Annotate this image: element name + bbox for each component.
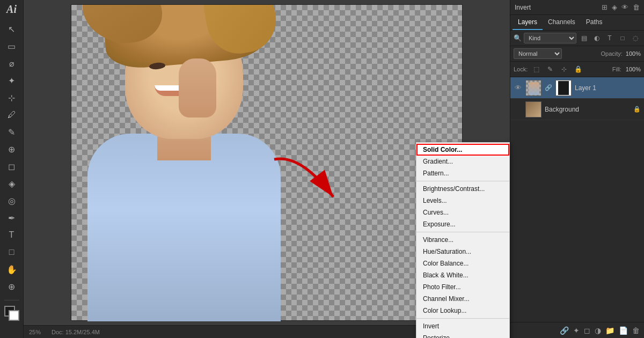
layer1-name[interactable]: Layer 1 [575, 84, 641, 92]
zoom-tool[interactable]: ⊕ [4, 278, 20, 295]
menu-item-black-white[interactable]: Black & White... [416, 269, 509, 281]
panel-magic-icon[interactable]: ◈ [612, 3, 617, 11]
panel-title: Invert [515, 4, 531, 11]
tab-paths[interactable]: Paths [581, 15, 608, 30]
zoom-level: 25% [29, 329, 41, 335]
clone-tool[interactable]: ⊕ [4, 141, 20, 157]
delete-layer-icon[interactable]: 🗑 [632, 326, 640, 335]
lock-artboard-icon[interactable]: ⊹ [559, 64, 569, 75]
layer1-link-icon: 🔗 [545, 84, 552, 91]
layer-item-background[interactable]: Background 🔒 [510, 99, 644, 120]
layer1-visibility-icon[interactable]: 👁 [514, 84, 522, 92]
move-tool[interactable]: ↖ [4, 21, 20, 37]
menu-item-vibrance[interactable]: Vibrance... [416, 234, 509, 246]
pixel-filter-icon[interactable]: ▤ [579, 33, 589, 43]
crop-tool[interactable]: ⊹ [4, 90, 20, 106]
smart-filter-icon[interactable]: ◌ [630, 33, 641, 43]
opacity-value[interactable]: 100% [626, 50, 641, 57]
adjustment-layer-dropdown: Solid Color... Gradient... Pattern... Br… [416, 142, 510, 338]
burn-tool[interactable]: ◎ [4, 193, 20, 209]
new-group-icon[interactable]: 📁 [605, 326, 614, 335]
layer1-thumb [525, 80, 541, 96]
link-layers-icon[interactable]: 🔗 [560, 326, 569, 335]
search-icon: 🔍 [514, 34, 522, 42]
layers-list: 👁 🔗 Layer 1 Background 🔒 [510, 77, 644, 322]
background-thumb [525, 101, 541, 117]
brush-tool[interactable]: ✎ [4, 124, 20, 140]
new-adjustment-icon[interactable]: ◑ [595, 326, 601, 335]
layer-item-layer1[interactable]: 👁 🔗 Layer 1 [510, 77, 644, 99]
lasso-tool[interactable]: ⌀ [4, 55, 20, 71]
lock-all-icon[interactable]: 🔒 [573, 64, 583, 75]
opacity-label: Opacity: [601, 50, 623, 57]
eraser-tool[interactable]: ◻ [4, 158, 20, 174]
adjustment-filter-icon[interactable]: ◐ [591, 33, 602, 43]
text-tool[interactable]: T [4, 227, 20, 243]
menu-item-hue-saturation[interactable]: Hue/Saturation... [416, 246, 509, 258]
add-style-icon[interactable]: ✦ [573, 326, 580, 335]
kind-dropdown[interactable]: Kind [524, 33, 576, 43]
add-mask-icon[interactable]: ◻ [584, 326, 590, 335]
menu-item-channel-mixer[interactable]: Channel Mixer... [416, 293, 509, 305]
menu-item-photo-filter[interactable]: Photo Filter... [416, 281, 509, 293]
menu-item-invert[interactable]: Invert [416, 320, 509, 332]
text-filter-icon[interactable]: T [604, 33, 615, 43]
kind-filter-row: 🔍 Kind ▤ ◐ T □ ◌ [510, 31, 644, 46]
doc-info: Doc: 15.2M/25.4M [52, 329, 100, 335]
panel-eye-icon[interactable]: 👁 [621, 3, 628, 11]
panel-bottom-bar: 🔗 ✦ ◻ ◑ 📁 📄 🗑 [510, 322, 644, 338]
menu-separator-1 [416, 181, 509, 181]
panel-grid-icon[interactable]: ⊞ [602, 3, 608, 11]
menu-item-color-lookup[interactable]: Color Lookup... [416, 305, 509, 317]
blend-mode-row: Normal Opacity: 100% [510, 46, 644, 62]
shirt-shape [87, 134, 281, 321]
subject-layer [71, 5, 297, 321]
fill-label: Fill: [612, 66, 621, 72]
tab-channels[interactable]: Channels [543, 15, 581, 30]
eyedropper-tool[interactable]: 🖊 [4, 107, 20, 123]
menu-item-solid-color[interactable]: Solid Color... [416, 144, 509, 156]
layers-panel-tabs: Layers Channels Paths [510, 15, 644, 31]
shape-filter-icon[interactable]: □ [617, 33, 628, 43]
quick-select-tool[interactable]: ✦ [4, 72, 20, 89]
hand-shape [179, 58, 216, 117]
background-lock-icon: 🔒 [633, 106, 641, 113]
menu-item-color-balance[interactable]: Color Balance... [416, 258, 509, 269]
menu-item-exposure[interactable]: Exposure... [416, 218, 509, 230]
blend-mode-dropdown[interactable]: Normal [514, 48, 562, 59]
background-visibility-icon[interactable] [514, 105, 522, 114]
lock-position-icon[interactable]: ✎ [545, 64, 555, 75]
menu-item-pattern[interactable]: Pattern... [416, 167, 509, 179]
layer1-mask-black [558, 81, 569, 95]
marquee-tool[interactable]: ▭ [4, 38, 20, 54]
menu-item-brightness-contrast[interactable]: Brightness/Contrast... [416, 183, 509, 195]
app-logo: Ai [6, 3, 17, 16]
panel-trash-icon[interactable]: 🗑 [633, 3, 640, 11]
shape-tool[interactable]: □ [4, 244, 20, 260]
hand-tool[interactable]: ✋ [4, 261, 20, 277]
right-panel: Invert ⊞ ◈ 👁 🗑 Layers Channels Paths 🔍 K… [510, 0, 644, 338]
menu-separator-2 [416, 232, 509, 232]
lock-row: Lock: ⬚ ✎ ⊹ 🔒 Fill: 100% [510, 62, 644, 77]
gradient-tool[interactable]: ◈ [4, 175, 20, 192]
left-toolbar: Ai ↖ ▭ ⌀ ✦ ⊹ 🖊 ✎ ⊕ ◻ ◈ ◎ ✒ T □ ✋ ⊕ [0, 0, 24, 338]
background-layer-name[interactable]: Background [545, 106, 630, 113]
lock-pixel-icon[interactable]: ⬚ [531, 64, 541, 75]
menu-item-curves[interactable]: Curves... [416, 207, 509, 218]
canvas-wrapper [71, 4, 463, 321]
layer1-mask-thumb [555, 80, 572, 96]
pen-tool[interactable]: ✒ [4, 210, 20, 226]
lock-label: Lock: [514, 66, 528, 72]
tab-layers[interactable]: Layers [513, 15, 543, 30]
fill-value[interactable]: 100% [626, 66, 641, 72]
menu-item-gradient[interactable]: Gradient... [416, 156, 509, 167]
panel-topbar: Invert ⊞ ◈ 👁 🗑 [510, 0, 644, 15]
menu-separator-3 [416, 318, 509, 319]
menu-item-posterize[interactable]: Posterize... [416, 332, 509, 338]
new-layer-icon[interactable]: 📄 [619, 326, 628, 335]
menu-item-levels[interactable]: Levels... [416, 195, 509, 207]
